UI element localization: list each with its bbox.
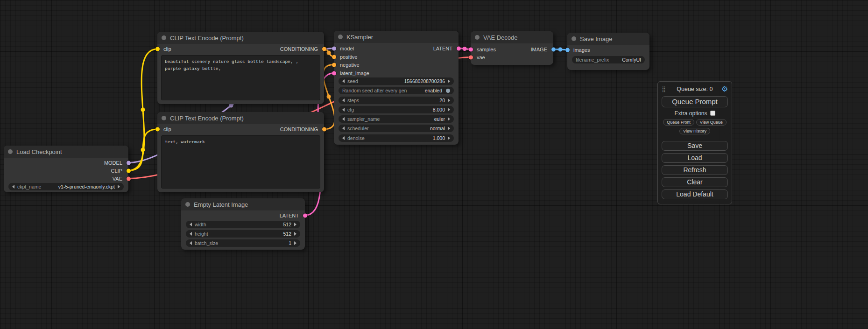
view-history-button[interactable]: View History [679,128,710,134]
widget-steps[interactable]: steps 20 [339,97,454,104]
samples-input-dot[interactable] [469,47,473,51]
conditioning-output-dot[interactable] [322,127,326,131]
clear-button[interactable]: Clear [662,177,728,187]
increment-icon[interactable] [294,223,296,226]
collapse-dot-icon[interactable] [338,35,343,39]
node-save-image[interactable]: Save Image images filename_prefix ComfyU… [567,33,649,70]
increment-icon[interactable] [448,98,450,102]
next-value-icon[interactable] [118,185,120,189]
widget-name: scheduler [347,126,369,131]
conditioning-output-dot[interactable] [322,47,326,51]
node-load-checkpoint[interactable]: Load Checkpoint MODEL CLIP VAE ckpt_name… [4,146,128,192]
decrement-icon[interactable] [342,79,345,83]
widget-name: ckpt_name [17,184,41,189]
prev-value-icon[interactable] [12,185,14,189]
settings-gear-icon[interactable]: ⚙ [721,85,728,93]
save-button[interactable]: Save [662,141,728,151]
prev-value-icon[interactable] [342,117,345,121]
vae-output-dot[interactable] [127,176,131,181]
load-button[interactable]: Load [662,153,728,163]
node-title-bar[interactable]: VAE Decode [471,31,553,43]
refresh-button[interactable]: Refresh [662,165,728,175]
collapse-dot-icon[interactable] [162,116,166,120]
clip-input-dot[interactable] [155,47,160,51]
collapse-dot-icon[interactable] [185,202,190,207]
collapse-dot-icon[interactable] [572,36,576,41]
widget-value: normal [430,126,445,131]
decrement-icon[interactable] [190,232,192,236]
negative-prompt-textarea[interactable]: text, watermark [161,135,320,189]
output-slot-model: MODEL [104,159,128,167]
increment-icon[interactable] [294,241,296,245]
negative-input-dot[interactable] [332,63,336,67]
slot-label: clip [163,46,171,52]
collapse-dot-icon[interactable] [162,35,166,40]
increment-icon[interactable] [294,232,296,236]
decrement-icon[interactable] [190,223,192,226]
widget-name: cfg [347,107,354,112]
image-output-dot[interactable] [551,47,556,51]
slot-label: CONDITIONING [280,126,318,132]
latent-output-dot[interactable] [457,46,461,50]
increment-icon[interactable] [448,79,450,83]
decrement-icon[interactable] [342,136,345,140]
node-empty-latent-image[interactable]: Empty Latent Image LATENT width 512 heig… [181,198,305,250]
decrement-icon[interactable] [190,241,192,245]
queue-front-button[interactable]: Queue Front [663,119,694,126]
node-title-bar[interactable]: Load Checkpoint [4,146,128,158]
widget-sampler-name[interactable]: sampler_name euler [339,115,454,123]
wire-midpoint-dot [327,51,331,55]
node-vae-decode[interactable]: VAE Decode samples vae IMAGE [471,31,553,65]
widget-width[interactable]: width 512 [186,221,300,228]
node-clip-text-encode-positive[interactable]: CLIP Text Encode (Prompt) clip CONDITION… [157,32,324,104]
vae-input-dot[interactable] [469,55,473,59]
node-title-bar[interactable]: Empty Latent Image [181,198,305,210]
increment-icon[interactable] [448,136,450,140]
load-default-button[interactable]: Load Default [662,189,728,199]
extra-options-checkbox[interactable] [710,111,715,116]
next-value-icon[interactable] [448,117,450,121]
queue-prompt-button[interactable]: Queue Prompt [662,96,728,107]
collapse-dot-icon[interactable] [8,149,13,154]
decrement-icon[interactable] [342,108,345,112]
latent-output-dot[interactable] [303,213,307,217]
clip-output-dot[interactable] [127,168,131,173]
increment-icon[interactable] [448,108,450,112]
widget-seed[interactable]: seed 156680208700286 [339,77,454,85]
node-clip-text-encode-negative[interactable]: CLIP Text Encode (Prompt) clip CONDITION… [157,112,324,192]
queue-panel: ⣿ Queue size: 0 ⚙ Queue Prompt Extra opt… [657,81,732,204]
model-output-dot[interactable] [127,161,131,165]
widget-cfg[interactable]: cfg 8.000 [339,106,454,113]
extra-options-label: Extra options [674,110,707,117]
view-queue-button[interactable]: View Queue [696,119,727,126]
positive-input-dot[interactable] [332,55,336,59]
toggle-indicator-icon[interactable] [446,89,450,93]
input-slot-images: images [567,46,590,54]
widget-filename-prefix[interactable]: filename_prefix ComfyUI [572,56,645,63]
positive-prompt-textarea[interactable]: beautiful scenery nature glass bottle la… [161,55,320,100]
node-title-bar[interactable]: CLIP Text Encode (Prompt) [157,112,324,124]
decrement-icon[interactable] [342,98,345,102]
widget-name: width [195,222,206,227]
node-title-bar[interactable]: KSampler [334,31,459,43]
images-input-dot[interactable] [565,48,570,52]
clip-input-dot[interactable] [155,127,160,131]
collapse-dot-icon[interactable] [475,35,480,40]
prev-value-icon[interactable] [342,126,345,130]
queue-small-buttons: Queue Front View Queue [662,119,728,126]
latent-image-input-dot[interactable] [332,71,336,75]
node-ksampler[interactable]: KSampler model positive negative latent_… [334,31,459,145]
next-value-icon[interactable] [448,126,450,130]
widget-scheduler[interactable]: scheduler normal [339,125,454,132]
output-slot-clip: CLIP [111,167,128,175]
widget-denoise[interactable]: denoise 1.000 [339,134,454,142]
node-title-bar[interactable]: CLIP Text Encode (Prompt) [157,32,324,44]
widget-height[interactable]: height 512 [186,230,300,238]
widget-batch-size[interactable]: batch_size 1 [186,239,300,247]
wire-midpoint-dot [327,95,331,99]
model-input-dot[interactable] [332,46,336,50]
widget-random-seed-toggle[interactable]: Random seed after every gen enabled [339,87,454,94]
drag-handle-icon[interactable]: ⣿ [662,86,668,92]
widget-ckpt-name[interactable]: ckpt_name v1-5-pruned-emaonly.ckpt [8,183,124,190]
node-title-bar[interactable]: Save Image [567,33,649,45]
